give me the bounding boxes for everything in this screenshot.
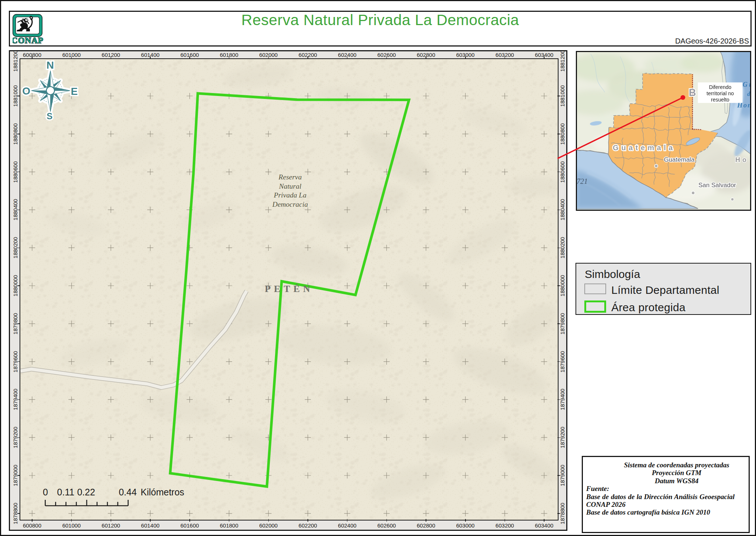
svg-text:territorial no: territorial no bbox=[707, 90, 734, 96]
svg-text:0.22: 0.22 bbox=[77, 487, 95, 497]
svg-text:S: S bbox=[47, 111, 52, 121]
svg-text:San Salvador: San Salvador bbox=[698, 182, 736, 189]
svg-text:Guatemala: Guatemala bbox=[664, 156, 695, 163]
svg-text:N: N bbox=[46, 59, 54, 71]
svg-text:Diferendo: Diferendo bbox=[709, 84, 732, 90]
svg-text:O: O bbox=[22, 85, 30, 96]
svg-text:721: 721 bbox=[577, 177, 588, 185]
svg-text:Guatemala: Guatemala bbox=[613, 144, 676, 152]
svg-text:resuelto: resuelto bbox=[711, 97, 729, 103]
svg-text:B: B bbox=[689, 87, 696, 98]
svg-text:Gu: Gu bbox=[743, 81, 750, 88]
svg-text:Privada La: Privada La bbox=[274, 191, 307, 199]
svg-text:PETÉN: PETÉN bbox=[265, 284, 313, 294]
svg-text:Ho: Ho bbox=[735, 156, 749, 164]
svg-text:Reserva: Reserva bbox=[278, 173, 302, 181]
svg-text:0.11: 0.11 bbox=[57, 487, 74, 497]
svg-text:Natural: Natural bbox=[278, 182, 301, 190]
svg-text:Kilómetros: Kilómetros bbox=[141, 487, 184, 497]
svg-text:0.44: 0.44 bbox=[118, 487, 137, 497]
svg-text:d: d bbox=[747, 91, 750, 97]
svg-text:E: E bbox=[71, 85, 78, 97]
svg-text:Democracia: Democracia bbox=[272, 200, 308, 208]
svg-text:0: 0 bbox=[43, 487, 48, 497]
